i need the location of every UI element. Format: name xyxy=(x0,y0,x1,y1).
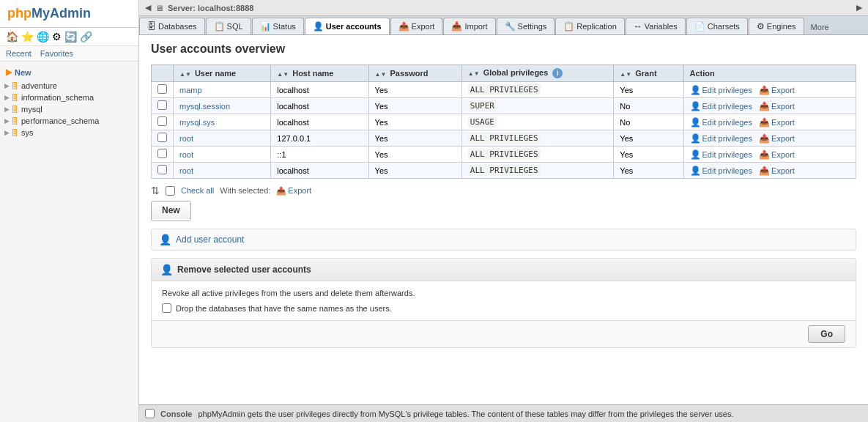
password-cell: Yes xyxy=(368,163,461,179)
table-row: root ::1 Yes ALL PRIVILEGES Yes 👤Edit pr… xyxy=(152,147,856,163)
export-link[interactable]: 📤Export xyxy=(759,166,795,176)
tab-more[interactable]: More xyxy=(805,20,835,34)
external-icon[interactable]: 🔗 xyxy=(80,31,92,42)
row-select-checkbox[interactable] xyxy=(157,116,167,126)
back-arrow[interactable]: ◀ xyxy=(145,3,151,12)
databases-tab-icon: 🗄 xyxy=(147,21,156,32)
username-link[interactable]: mysql.sys xyxy=(179,118,215,127)
go-button[interactable]: Go xyxy=(808,325,845,343)
sort-arrows-hostname[interactable]: ▲▼ xyxy=(277,71,289,78)
export-icon: 📤 xyxy=(759,101,770,111)
username-link[interactable]: root xyxy=(179,134,193,143)
db-icon: 🗄 xyxy=(11,82,18,90)
recent-link[interactable]: Recent xyxy=(6,49,31,58)
sort-arrows-password[interactable]: ▲▼ xyxy=(375,71,387,78)
favorites-link[interactable]: Favorites xyxy=(40,49,73,58)
add-user-link[interactable]: Add user account xyxy=(176,234,244,245)
username-link[interactable]: mysql.session xyxy=(179,102,230,111)
action-cell: 👤Edit privileges 📤Export xyxy=(683,114,856,130)
new-button[interactable]: New xyxy=(152,201,190,221)
remove-header[interactable]: 👤 Remove selected user accounts xyxy=(152,259,856,281)
edit-privileges-link[interactable]: 👤Edit privileges xyxy=(690,117,752,127)
hostname-cell: ::1 xyxy=(271,147,368,163)
tab-settings[interactable]: 🔧 Settings xyxy=(497,18,555,34)
edit-privileges-link[interactable]: 👤Edit privileges xyxy=(690,166,752,176)
tab-import[interactable]: 📥 Import xyxy=(443,18,495,34)
forward-arrow[interactable]: ▶ xyxy=(856,3,862,12)
console-label: Console xyxy=(160,410,192,418)
expand-icon: ▶ xyxy=(4,82,10,89)
edit-privileges-link[interactable]: 👤Edit privileges xyxy=(690,85,752,95)
username-link[interactable]: root xyxy=(179,166,193,175)
star-icon[interactable]: ⭐ xyxy=(21,31,34,42)
sidebar-item-information-schema[interactable]: ▶ 🗄 information_schema xyxy=(0,92,138,103)
edit-privileges-link[interactable]: 👤Edit privileges xyxy=(690,133,752,144)
sort-arrows-privileges[interactable]: ▲▼ xyxy=(468,70,480,77)
privileges-info-icon[interactable]: i xyxy=(552,68,563,78)
export-link[interactable]: 📤Export xyxy=(759,85,795,95)
sidebar-logo: phpMyAdmin xyxy=(0,0,138,28)
tab-status[interactable]: 📊 Status xyxy=(252,18,304,34)
edit-privileges-link[interactable]: 👤Edit privileges xyxy=(690,101,752,111)
col-username: ▲▼ User name xyxy=(174,65,271,82)
grant-cell: Yes xyxy=(614,163,683,179)
username-link[interactable]: mamp xyxy=(179,86,202,95)
new-database-button[interactable]: ▶ New xyxy=(0,64,138,80)
row-select-checkbox[interactable] xyxy=(157,149,167,158)
sort-arrows-username[interactable]: ▲▼ xyxy=(179,71,191,78)
export-link[interactable]: 📤Export xyxy=(759,133,795,144)
globe-icon[interactable]: 🌐 xyxy=(37,31,49,42)
table-row: mysql.sys localhost Yes USAGE No 👤Edit p… xyxy=(152,114,856,130)
row-select-checkbox[interactable] xyxy=(157,165,167,174)
export-icon: 📤 xyxy=(759,117,770,127)
export-link[interactable]: 📤Export xyxy=(759,149,795,160)
row-select-checkbox[interactable] xyxy=(157,100,167,110)
export-link[interactable]: 📤Export xyxy=(759,117,795,127)
col-action: Action xyxy=(683,65,856,82)
sidebar-item-adventure[interactable]: ▶ 🗄 adventure xyxy=(0,80,138,92)
gear-icon[interactable]: ⚙ xyxy=(52,31,62,42)
privileges-cell: ALL PRIVILEGES xyxy=(461,163,614,179)
check-all-checkbox[interactable] xyxy=(166,186,175,196)
drop-databases-checkbox[interactable] xyxy=(162,303,171,313)
tab-variables[interactable]: ↔ Variables xyxy=(626,18,686,34)
sync-icon[interactable]: 🔄 xyxy=(64,31,77,42)
edit-privileges-link[interactable]: 👤Edit privileges xyxy=(690,149,752,160)
main-panel: ◀ 🖥 Server: localhost:8888 ▶ 🗄 Databases… xyxy=(139,0,868,422)
row-select-checkbox[interactable] xyxy=(157,133,167,142)
edit-icon: 👤 xyxy=(690,166,701,176)
edit-icon: 👤 xyxy=(690,133,701,144)
tab-databases[interactable]: 🗄 Databases xyxy=(139,18,205,34)
console-text: phpMyAdmin gets the user privileges dire… xyxy=(198,410,733,418)
server-label: Server: localhost:8888 xyxy=(168,4,253,12)
username-link[interactable]: root xyxy=(179,150,193,159)
tab-engines[interactable]: ⚙ Engines xyxy=(749,18,804,34)
sidebar-item-sys[interactable]: ▶ 🗄 sys xyxy=(0,127,138,138)
export-link[interactable]: 📤Export xyxy=(759,101,795,111)
with-selected-label: With selected: xyxy=(220,186,270,195)
hostname-cell: 127.0.0.1 xyxy=(271,130,368,147)
tab-sql[interactable]: 📋 SQL xyxy=(206,18,251,34)
col-privileges: ▲▼ Global privileges i xyxy=(461,65,614,82)
home-icon[interactable]: 🏠 xyxy=(6,31,18,42)
export-selected-link[interactable]: 📤 Export xyxy=(276,186,311,196)
tab-charsets[interactable]: 📄 Charsets xyxy=(686,18,748,34)
privileges-cell: USAGE xyxy=(461,114,614,130)
sort-arrows-grant[interactable]: ▲▼ xyxy=(620,71,631,78)
row-select-checkbox[interactable] xyxy=(157,84,167,94)
tab-replication[interactable]: 📋 Replication xyxy=(555,18,624,34)
tab-export[interactable]: 📤 Export xyxy=(390,18,443,34)
action-cell: 👤Edit privileges 📤Export xyxy=(683,163,856,179)
row-checkbox xyxy=(152,82,174,98)
table-row: mamp localhost Yes ALL PRIVILEGES Yes 👤E… xyxy=(152,82,856,98)
table-row: mysql.session localhost Yes SUPER No 👤Ed… xyxy=(152,98,856,114)
sidebar-item-mysql[interactable]: ▶ 🗄 mysql xyxy=(0,103,138,115)
hostname-cell: localhost xyxy=(271,82,368,98)
console-toggle-checkbox[interactable] xyxy=(145,409,155,418)
check-all-link[interactable]: Check all xyxy=(181,186,214,195)
recent-favorites-bar: Recent Favorites xyxy=(0,46,138,62)
charsets-tab-icon: 📄 xyxy=(694,21,705,32)
tab-user-accounts[interactable]: 👤 User accounts xyxy=(305,18,390,35)
sidebar-item-performance-schema[interactable]: ▶ 🗄 performance_schema xyxy=(0,115,138,127)
settings-tab-icon: 🔧 xyxy=(505,21,516,32)
